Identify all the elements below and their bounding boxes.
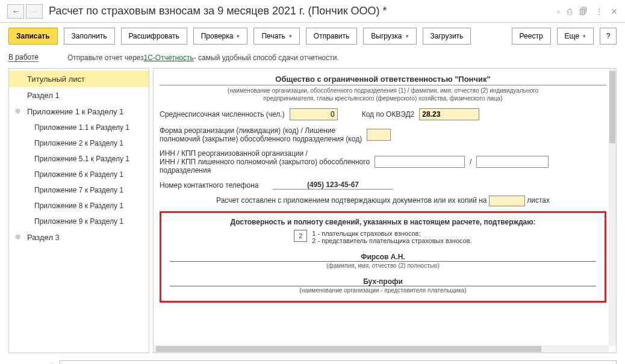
tree-item[interactable]: Приложение 2 к Разделу 1 xyxy=(9,135,149,151)
tree-item[interactable]: ⊕Приложение 1 к Разделу 1 xyxy=(9,103,149,120)
tree-item[interactable]: Приложение 9 к Разделу 1 xyxy=(9,214,149,229)
registry-button[interactable]: Реестр xyxy=(512,28,551,45)
cert-fio-note: (фамилия, имя, отчество (2) полностью) xyxy=(170,262,596,269)
cert-rep-note: (наименование организации - представител… xyxy=(170,287,596,294)
window-title: Расчет по страховым взносам за 9 месяцев… xyxy=(49,5,557,17)
tree-item-label: Раздел 3 xyxy=(27,233,60,242)
status-hint-link[interactable]: 1С-Отчетность xyxy=(144,54,194,62)
decrypt-button[interactable]: Расшифровать xyxy=(121,28,187,45)
status-link[interactable]: В работе xyxy=(8,53,39,62)
check-dropdown[interactable]: Проверка xyxy=(193,28,248,45)
org-name: Общество с ограниченной ответственностью… xyxy=(160,75,606,85)
vertical-scrollbar[interactable] xyxy=(609,69,616,345)
cert-fio[interactable]: Фирсов А.Н. xyxy=(170,253,596,262)
save-icon[interactable]: ▫ xyxy=(557,7,560,16)
attach-icon[interactable]: 🗐 xyxy=(579,7,588,16)
tree-item[interactable]: Приложение 7 к Разделу 1 xyxy=(9,182,149,198)
tree-item-label: Титульный лист xyxy=(27,75,85,84)
print-icon[interactable]: ⎙ xyxy=(567,7,572,16)
cert-rep[interactable]: Бух-профи xyxy=(170,277,596,286)
tree-item[interactable]: Приложение 8 к Разделу 1 xyxy=(9,198,149,214)
inn-input[interactable] xyxy=(375,156,465,168)
send-button[interactable]: Отправить xyxy=(306,28,358,45)
phone-value[interactable]: (495) 123-45-67 xyxy=(273,180,393,190)
docs-line: Расчет составлен с приложением подтвержд… xyxy=(160,196,606,206)
help-button[interactable]: ? xyxy=(600,28,617,45)
certification-block: Достоверность и полноту сведений, указан… xyxy=(160,211,606,303)
inn-kpp-label: ИНН / КПП реорганизованной организации /… xyxy=(160,149,370,174)
form-panel: Общество с ограниченной ответственностью… xyxy=(153,68,617,353)
nav-back-button[interactable]: ← xyxy=(7,4,24,19)
kpp-input[interactable] xyxy=(476,156,549,168)
tree-item-label: Приложение 5.1 к Разделу 1 xyxy=(34,155,129,163)
okved-label: Код по ОКВЭД2 xyxy=(362,110,415,119)
avg-count-label: Среднесписочная численность (чел.) xyxy=(160,110,285,119)
tree-item-label: Приложение 9 к Разделу 1 xyxy=(34,217,123,226)
horizontal-scrollbar[interactable] xyxy=(154,345,609,353)
save-button[interactable]: Записать xyxy=(8,28,58,45)
print-dropdown[interactable]: Печать xyxy=(253,28,299,45)
tree-item-label: Приложение 6 к Разделу 1 xyxy=(34,170,123,179)
tree-item-label: Приложение 1.1 к Разделу 1 xyxy=(34,123,129,132)
avg-count-input[interactable] xyxy=(290,108,338,120)
tree-item-label: Приложение 1 к Разделу 1 xyxy=(27,107,123,116)
tree-item-label: Приложение 7 к Разделу 1 xyxy=(34,186,123,194)
more-dropdown[interactable]: Еще xyxy=(557,28,594,45)
inn-kpp-separator: / xyxy=(470,158,471,166)
menu-icon[interactable]: ⋮ xyxy=(595,7,603,16)
status-hint-after: - самый удобный способ сдачи отчетности. xyxy=(194,54,339,62)
status-hint-before: Отправьте отчет через xyxy=(67,54,144,62)
reorg-code-input[interactable] xyxy=(367,129,391,141)
load-button[interactable]: Загрузить xyxy=(423,28,471,45)
tree-item[interactable]: Приложение 6 к Разделу 1 xyxy=(9,167,149,182)
tree-item[interactable]: Титульный лист xyxy=(9,71,149,87)
org-note: (наименование организации, обособленного… xyxy=(160,87,606,102)
upload-dropdown[interactable]: Выгрузка xyxy=(363,28,416,45)
nav-forward-button[interactable]: → xyxy=(26,4,43,19)
section-tree[interactable]: Титульный листРаздел 1⊕Приложение 1 к Ра… xyxy=(8,68,149,353)
expand-icon[interactable]: ⊕ xyxy=(15,107,20,115)
comment-input[interactable] xyxy=(60,360,617,364)
tree-item[interactable]: Раздел 1 xyxy=(9,87,149,103)
tree-item[interactable]: Приложение 1.1 к Разделу 1 xyxy=(9,120,149,135)
tree-item[interactable]: ⊕Раздел 3 xyxy=(9,229,149,245)
tree-item-label: Приложение 8 к Разделу 1 xyxy=(34,202,123,210)
close-icon[interactable]: ✕ xyxy=(611,7,618,16)
fill-button[interactable]: Заполнить xyxy=(64,28,115,45)
okved-input[interactable] xyxy=(419,108,479,120)
tree-item-label: Раздел 1 xyxy=(27,91,60,100)
cert-title: Достоверность и полноту сведений, указан… xyxy=(170,218,596,226)
cert-code-input[interactable]: 2 xyxy=(294,230,307,242)
tree-item-label: Приложение 2 к Разделу 1 xyxy=(34,139,123,147)
cert-options: 1 - плательщик страховых взносов; 2 - пр… xyxy=(312,230,471,244)
reorg-label: Форма реорганизации (ликвидация) (код) /… xyxy=(160,126,362,143)
phone-label: Номер контактного телефона xyxy=(160,181,268,190)
expand-icon[interactable]: ⊕ xyxy=(15,233,20,241)
tree-item[interactable]: Приложение 5.1 к Разделу 1 xyxy=(9,151,149,167)
docs-pages-input[interactable] xyxy=(489,196,525,206)
